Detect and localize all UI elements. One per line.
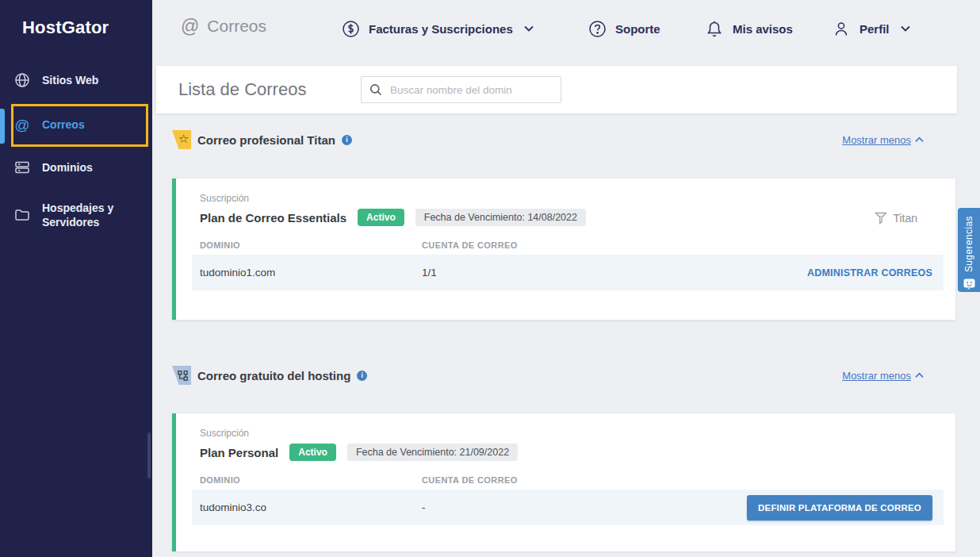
server-icon (13, 159, 31, 176)
table-row: tudominio1.com 1/1 ADMINISTRAR CORREOS (192, 255, 944, 290)
active-item-accent (0, 109, 5, 144)
globe-icon (13, 71, 31, 89)
domain-cell: tudominio1.com (200, 267, 422, 278)
status-badge: Activo (358, 209, 404, 226)
list-title: Lista de Correos (178, 79, 306, 100)
expiry-chip: Fecha de Vencimiento: 14/08/2022 (415, 209, 586, 226)
column-dominio: DOMINIO (200, 240, 240, 250)
sidebar-item-label: Hospedajes y Servidores (42, 201, 133, 229)
person-icon (832, 19, 851, 38)
table-header: DOMINIO CUENTA DE CORREO (200, 240, 936, 250)
column-cuenta: CUENTA DE CORREO (422, 240, 518, 250)
hostgator-logo[interactable]: HostGator (22, 17, 109, 38)
sugerencias-label: Sugerencias (963, 216, 974, 272)
table-header: DOMINIO CUENTA DE CORREO (200, 475, 936, 485)
bell-icon (705, 19, 724, 38)
subscription-label: Suscripción (200, 428, 249, 439)
table-row: tudominio3.co - DEFINIR PLATAFORMA DE CO… (192, 490, 944, 525)
chevron-down-icon (524, 25, 534, 32)
sugerencias-tab[interactable]: Sugerencias (958, 208, 980, 292)
list-toolbar: Lista de Correos (156, 66, 957, 113)
sidebar-item-correos[interactable]: @ Correos (0, 116, 152, 133)
administrar-correos-link[interactable]: ADMINISTRAR CORREOS (807, 267, 932, 278)
search-input[interactable] (390, 84, 553, 96)
dollar-circle-icon (341, 19, 360, 38)
status-badge: Activo (289, 444, 336, 461)
section-title: Correo profesional Titan (197, 133, 335, 147)
sidebar-item-label: Sitios Web (42, 73, 98, 87)
titan-subscription-card: Suscripción Plan de Correo Essentials Ac… (172, 179, 955, 320)
hosting-subscription-card: Suscripción Plan Personal Activo Fecha d… (172, 413, 955, 551)
subscription-label: Suscripción (200, 193, 249, 204)
hosting-flag-icon (172, 366, 191, 385)
sidebar-item-label: Dominios (42, 160, 93, 175)
expiry-chip: Fecha de Vencimiento: 21/09/2022 (347, 444, 518, 461)
domain-search-box[interactable] (361, 76, 561, 103)
sidebar-item-hospedajes[interactable]: Hospedajes y Servidores (0, 201, 151, 229)
show-less-link[interactable]: Mostrar menos (842, 370, 924, 382)
plan-name: Plan de Correo Essentials (200, 211, 346, 225)
info-icon[interactable]: i (357, 371, 367, 381)
column-dominio: DOMINIO (200, 475, 240, 485)
nav-perfil[interactable]: Perfil (832, 19, 910, 38)
nav-soporte[interactable]: Soporte (588, 19, 660, 38)
column-cuenta: CUENTA DE CORREO (422, 475, 518, 485)
domain-cell: tudominio3.co (200, 501, 422, 513)
section-hosting-header: Correo gratuito del hosting i Mostrar me… (172, 365, 955, 386)
question-circle-icon (588, 19, 607, 38)
sidebar: HostGator Sitios Web @ Correos Dominios … (0, 0, 152, 557)
folder-icon (13, 206, 31, 224)
nav-mis-avisos[interactable]: Mis avisos (705, 19, 793, 38)
accounts-cell: - (422, 501, 426, 513)
search-icon (369, 83, 382, 96)
section-title: Correo gratuito del hosting (197, 369, 350, 382)
sidebar-scrollbar[interactable] (147, 432, 151, 478)
feedback-smiley-icon (963, 278, 975, 290)
provider-label: Titan (875, 212, 917, 225)
titan-logo-icon (875, 212, 887, 225)
show-less-link[interactable]: Mostrar menos (842, 134, 924, 146)
titan-flag-icon: ☆ (172, 130, 191, 149)
info-icon[interactable]: i (342, 135, 352, 145)
at-icon: @ (181, 17, 199, 36)
plan-name: Plan Personal (200, 446, 278, 459)
chevron-up-icon (915, 136, 924, 143)
chevron-down-icon (901, 25, 910, 32)
nav-facturas-suscripciones[interactable]: Facturas y Suscripciones (341, 19, 534, 38)
section-titan-header: ☆ Correo profesional Titan i Mostrar men… (172, 129, 955, 150)
sidebar-item-label: Correos (42, 117, 85, 132)
chevron-up-icon (915, 372, 924, 378)
sidebar-item-sitios-web[interactable]: Sitios Web (0, 71, 152, 89)
accounts-cell: 1/1 (422, 267, 437, 278)
main-area: @ Correos Facturas y Suscripciones Sopor… (152, 0, 980, 557)
at-icon: @ (13, 116, 31, 133)
sidebar-item-dominios[interactable]: Dominios (0, 159, 152, 176)
page-title: @ Correos (181, 17, 266, 36)
definir-plataforma-button[interactable]: DEFINIR PLATAFORMA DE CORREO (747, 495, 932, 521)
